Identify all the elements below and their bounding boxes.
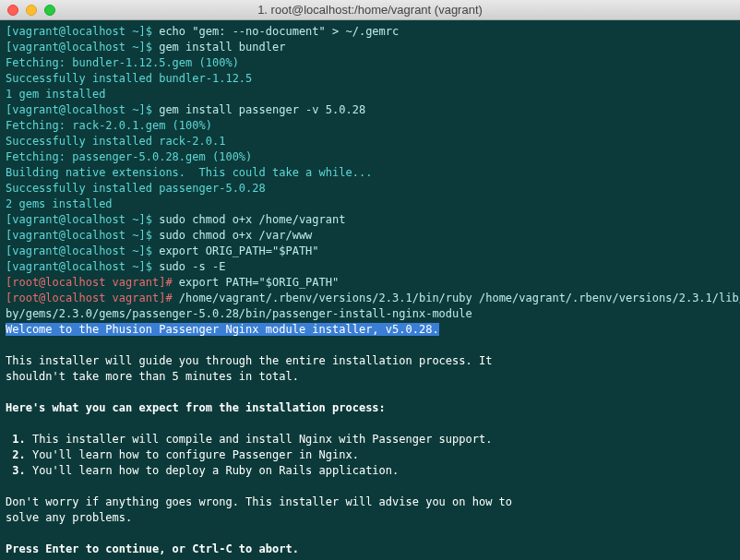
terminal-line: [root@localhost vagrant]# /home/vagrant/… <box>6 291 734 306</box>
terminal-line: by/gems/2.3.0/gems/passenger-5.0.28/bin/… <box>6 306 734 322</box>
terminal-line: [vagrant@localhost ~]$ sudo -s -E <box>6 259 734 275</box>
terminal-line: shouldn't take more than 5 minutes in to… <box>6 369 734 385</box>
terminal-line: [vagrant@localhost ~]$ sudo chmod o+x /h… <box>6 212 734 228</box>
terminal-line: Successfully installed rack-2.0.1 <box>6 134 734 149</box>
list-item: 2. You'll learn how to configure Passeng… <box>6 447 734 463</box>
blank-line <box>6 385 734 400</box>
terminal-line: Successfully installed passenger-5.0.28 <box>6 181 734 197</box>
terminal-line: Successfully installed bundler-1.12.5 <box>6 71 734 87</box>
terminal-line: Don't worry if anything goes wrong. This… <box>6 494 734 510</box>
terminal-line: 1 gem installed <box>6 87 734 102</box>
terminal-line: solve any problems. <box>6 510 734 526</box>
terminal-line: Fetching: passenger-5.0.28.gem (100%) <box>6 149 734 165</box>
list-item: 3. You'll learn how to deploy a Ruby on … <box>6 463 734 479</box>
window-titlebar: 1. root@localhost:/home/vagrant (vagrant… <box>0 0 740 20</box>
terminal-line: Fetching: bundler-1.12.5.gem (100%) <box>6 55 734 71</box>
terminal-line: Building native extensions. This could t… <box>6 165 734 181</box>
terminal-line: Fetching: rack-2.0.1.gem (100%) <box>6 118 734 134</box>
blank-line <box>6 479 734 494</box>
terminal-line: [root@localhost vagrant]# export PATH="$… <box>6 275 734 291</box>
terminal-line: Here's what you can expect from the inst… <box>6 400 734 416</box>
terminal-line: [vagrant@localhost ~]$ gem install passe… <box>6 102 734 118</box>
minimize-icon[interactable] <box>26 5 37 16</box>
blank-line <box>6 338 734 353</box>
blank-line <box>6 526 734 542</box>
blank-line <box>6 416 734 432</box>
selected-text: Welcome to the Phusion Passenger Nginx m… <box>6 322 734 338</box>
terminal-line: [vagrant@localhost ~]$ export ORIG_PATH=… <box>6 244 734 259</box>
terminal-line: [vagrant@localhost ~]$ gem install bundl… <box>6 40 734 55</box>
terminal-line: This installer will guide you through th… <box>6 353 734 369</box>
terminal-viewport[interactable]: [vagrant@localhost ~]$ echo "gem: --no-d… <box>0 20 740 560</box>
list-item: 1. This installer will compile and insta… <box>6 432 734 447</box>
close-icon[interactable] <box>7 5 18 16</box>
traffic-lights <box>7 5 55 16</box>
window-title: 1. root@localhost:/home/vagrant (vagrant… <box>257 3 483 17</box>
press-enter-prompt: Press Enter to continue, or Ctrl-C to ab… <box>6 542 734 557</box>
terminal-line: [vagrant@localhost ~]$ echo "gem: --no-d… <box>6 24 734 40</box>
zoom-icon[interactable] <box>44 5 55 16</box>
terminal-line: [vagrant@localhost ~]$ sudo chmod o+x /v… <box>6 228 734 244</box>
terminal-line: 2 gems installed <box>6 197 734 212</box>
